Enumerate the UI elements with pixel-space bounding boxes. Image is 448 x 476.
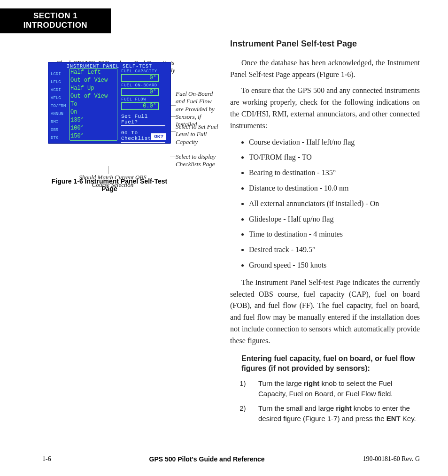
body-p2: To ensure that the GPS 500 and any conne… xyxy=(230,85,420,131)
list-item: Ground speed - 150 knots xyxy=(249,260,420,271)
screen-row-labels: LCDI LFLG VCDI VFLG TO/FRM ANNUN RMI OBS… xyxy=(51,70,70,142)
footer-title: GPS 500 Pilot's Guide and Reference xyxy=(149,455,265,463)
body-subhead: Entering fuel capacity, fuel on board, o… xyxy=(241,353,420,374)
value-lcdi: Half Left xyxy=(70,69,116,77)
ok-button: OK? xyxy=(151,133,166,140)
fuel-capacity-value: 0° xyxy=(121,74,159,82)
label-dtk: DTK xyxy=(51,134,70,142)
value-obs: 100° xyxy=(70,124,116,132)
label-lcdi: LCDI xyxy=(51,70,70,78)
annotation-obs-course: Should Match Current OBS Course Selectio… xyxy=(70,174,155,189)
fuel-capacity-label: FUEL CAPACITY xyxy=(121,69,167,74)
list-item: Time to destination - 4 minutes xyxy=(249,229,420,240)
list-item: Glideslope - Half up/no flag xyxy=(249,214,420,225)
label-lflg: LFLG xyxy=(51,78,70,86)
value-vflg: Out of View xyxy=(70,92,116,100)
value-vcdi: Half Up xyxy=(70,84,116,92)
fuel-onboard-value: 0° xyxy=(121,88,159,96)
instrument-panel-screen: INSTRUMENT PANEL SELF-TEST LCDI LFLG VCD… xyxy=(48,62,171,144)
footer-docid: 190-00181-60 Rev. G xyxy=(363,455,420,463)
body-text: Instrument Panel Self-test Page Once the… xyxy=(230,38,420,429)
value-lflg: Out of View xyxy=(70,77,116,84)
section-header-line2: INTRODUCTION xyxy=(0,21,111,30)
list-item: Bearing to destination - 135° xyxy=(249,167,420,179)
label-annun: ANNUN xyxy=(51,110,70,118)
body-heading: Instrument Panel Self-test Page xyxy=(230,38,420,51)
value-annun: On xyxy=(70,108,116,116)
set-full-fuel-button: Set Full Fuel? xyxy=(121,114,165,126)
label-tofrm: TO/FRM xyxy=(51,102,70,110)
footer-page-number: 1-6 xyxy=(42,455,51,463)
figure-1-6: Check CDI/HSI, RMI, and Other Instrument… xyxy=(42,62,211,192)
list-item: All external annunciators (if installed)… xyxy=(249,198,420,210)
label-vflg: VFLG xyxy=(51,94,70,102)
fuel-flow-value: 0.0° xyxy=(121,102,159,110)
label-vcdi: VCDI xyxy=(51,86,70,94)
indications-list: Course deviation - Half left/no flag TO/… xyxy=(230,137,420,271)
label-obs: OBS xyxy=(51,126,70,134)
fuel-flow-label: FUEL FLOW xyxy=(121,97,167,102)
label-rmi: RMI xyxy=(51,118,70,126)
list-item: Distance to destination - 10.0 nm xyxy=(249,183,420,194)
step-2: Turn the small and large right knobs to … xyxy=(252,403,420,424)
leader-line xyxy=(108,166,108,174)
fuel-onboard-label: FUEL ON-BOARD xyxy=(121,83,167,88)
list-item: Course deviation - Half left/no flag xyxy=(249,137,420,148)
screen-values: Half Left Out of View Half Up Out of Vie… xyxy=(70,69,116,140)
section-header-line1: SECTION 1 xyxy=(0,11,111,21)
page-footer: 1-6 GPS 500 Pilot's Guide and Reference … xyxy=(42,455,420,463)
section-header: SECTION 1 INTRODUCTION xyxy=(0,8,111,33)
steps-list: Turn the large right knob to select the … xyxy=(241,378,420,424)
list-item: TO/FROM flag - TO xyxy=(249,152,420,163)
annotation-checklists: Select to display Checklists Page xyxy=(176,153,223,169)
value-dtk: 150° xyxy=(70,132,116,140)
value-rmi: 135° xyxy=(70,116,116,124)
fuel-section: FUEL CAPACITY 0° FUEL ON-BOARD 0° FUEL F… xyxy=(121,68,167,143)
body-p1: Once the database has been acknowledged,… xyxy=(230,57,420,81)
list-item: Desired track - 149.5° xyxy=(249,244,420,256)
body-p3: The Instrument Panel Self-test Page indi… xyxy=(230,277,420,347)
step-1: Turn the large right knob to select the … xyxy=(252,378,420,399)
annotation-set-full-fuel: Select to Set Fuel Level to Full Capacit… xyxy=(176,123,220,146)
value-tofrm: To xyxy=(70,100,116,108)
leader-line xyxy=(170,156,176,156)
